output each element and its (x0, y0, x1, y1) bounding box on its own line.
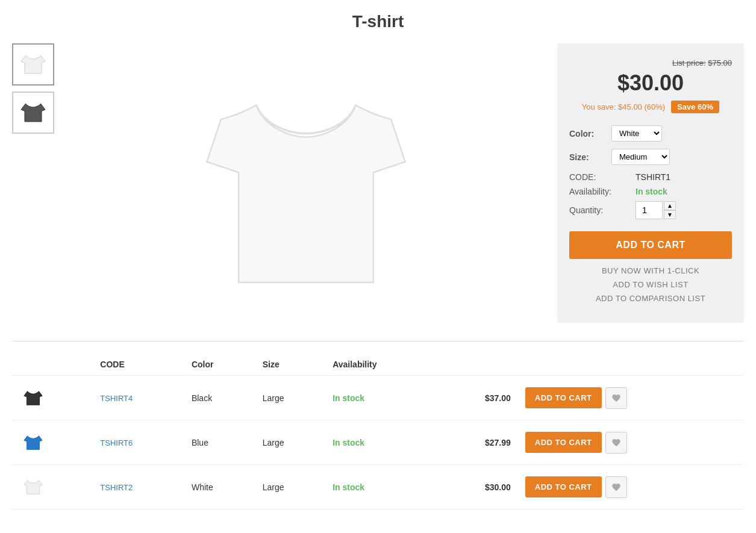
variant-thumbnail (19, 429, 46, 456)
variant-price-cell: $27.99 (440, 420, 518, 465)
variant-availability-cell: In stock (325, 420, 440, 465)
variant-code-link[interactable]: TSHIRT4 (100, 394, 133, 403)
product-title: T-shirt (12, 12, 744, 31)
col-header-action (518, 354, 744, 376)
size-option-row: Size: Small Medium Large X-Large (569, 149, 732, 165)
variant-wishlist-button[interactable] (605, 387, 627, 409)
variant-price-cell: $37.00 (440, 376, 518, 420)
variant-btn-group: ADD TO CART (525, 476, 737, 498)
variant-add-to-cart-button[interactable]: ADD TO CART (525, 432, 602, 453)
variant-add-to-cart-button[interactable]: ADD TO CART (525, 476, 602, 497)
color-select[interactable]: White Black Blue (611, 125, 662, 142)
variant-action-cell: ADD TO CART (518, 420, 744, 465)
variant-action-cell: ADD TO CART (518, 376, 744, 420)
availability-row: Availability: In stock (569, 187, 732, 196)
main-product-image (66, 43, 545, 323)
variant-availability-cell: In stock (325, 465, 440, 510)
save-badge: Save 60% (671, 101, 719, 113)
variant-availability: In stock (333, 393, 364, 403)
variant-size-cell: Large (255, 420, 325, 465)
table-header-row: CODE Color Size Availability (12, 354, 744, 376)
col-header-price (440, 354, 518, 376)
variant-image-cell (12, 376, 93, 420)
availability-label: Availability: (569, 187, 636, 196)
quantity-label: Quantity: (569, 205, 636, 215)
variant-thumbnail (19, 384, 46, 411)
quantity-up-button[interactable]: ▲ (664, 201, 676, 210)
variant-availability: In stock (333, 438, 364, 447)
variant-image-cell (12, 420, 93, 465)
size-label: Size: (569, 152, 611, 162)
variant-availability: In stock (333, 482, 364, 492)
thumbnail-1[interactable] (12, 43, 54, 86)
variant-code-link[interactable]: TSHIRT2 (100, 483, 133, 492)
variant-size-cell: Large (255, 465, 325, 510)
list-price-label: List price: (672, 58, 706, 67)
code-row: CODE: TSHIRT1 (569, 172, 732, 182)
quantity-control: ▲ ▼ (636, 201, 676, 219)
color-label: Color: (569, 129, 611, 139)
product-info-panel: List price: $75.00 $30.00 You save: $45.… (557, 43, 744, 323)
savings-text: You save: $45.00 (60%) (582, 102, 665, 111)
color-option-row: Color: White Black Blue (569, 125, 732, 142)
variant-color-cell: Blue (184, 420, 255, 465)
variant-price-cell: $30.00 (440, 465, 518, 510)
quantity-down-button[interactable]: ▼ (664, 210, 676, 219)
comparison-link[interactable]: ADD TO COMPARISON LIST (569, 294, 732, 303)
variant-wishlist-button[interactable] (605, 432, 627, 454)
availability-value: In stock (636, 187, 667, 196)
buy-now-link[interactable]: BUY NOW WITH 1-CLICK (569, 266, 732, 275)
sale-price: $30.00 (569, 70, 732, 96)
table-row: TSHIRT2 White Large In stock $30.00 ADD … (12, 465, 744, 510)
variant-btn-group: ADD TO CART (525, 432, 737, 454)
col-header-availability: Availability (325, 354, 440, 376)
variant-btn-group: ADD TO CART (525, 387, 737, 409)
variant-add-to-cart-button[interactable]: ADD TO CART (525, 387, 602, 408)
table-row: TSHIRT6 Blue Large In stock $27.99 ADD T… (12, 420, 744, 465)
add-to-cart-button[interactable]: ADD TO CART (569, 231, 732, 259)
variant-color-cell: Black (184, 376, 255, 420)
variant-code-link[interactable]: TSHIRT6 (100, 438, 133, 447)
variant-thumbnail (19, 473, 46, 500)
quantity-buttons: ▲ ▼ (664, 201, 676, 219)
size-select[interactable]: Small Medium Large X-Large (611, 149, 670, 165)
col-header-color: Color (184, 354, 255, 376)
thumbnail-list (12, 43, 57, 323)
list-price-value: $75.00 (708, 58, 732, 67)
code-value: TSHIRT1 (636, 172, 670, 182)
quantity-input[interactable] (636, 201, 663, 219)
variant-wishlist-button[interactable] (605, 476, 627, 498)
col-header-image (12, 354, 93, 376)
wish-list-link[interactable]: ADD TO WISH LIST (569, 280, 732, 289)
col-header-size: Size (255, 354, 325, 376)
variants-section: CODE Color Size Availability TSHIRT4 (12, 341, 744, 510)
variant-availability-cell: In stock (325, 376, 440, 420)
variant-code-cell: TSHIRT6 (93, 420, 184, 465)
quantity-row: Quantity: ▲ ▼ (569, 201, 732, 219)
variant-size-cell: Large (255, 376, 325, 420)
variant-action-cell: ADD TO CART (518, 465, 744, 510)
table-row: TSHIRT4 Black Large In stock $37.00 ADD … (12, 376, 744, 420)
variants-table: CODE Color Size Availability TSHIRT4 (12, 354, 744, 510)
savings-row: You save: $45.00 (60%) Save 60% (569, 101, 732, 113)
variant-image-cell (12, 465, 93, 510)
code-label: CODE: (569, 172, 636, 182)
variant-code-cell: TSHIRT4 (93, 376, 184, 420)
col-header-code: CODE (93, 354, 184, 376)
thumbnail-2[interactable] (12, 92, 54, 134)
variant-color-cell: White (184, 465, 255, 510)
list-price-row: List price: $75.00 (569, 58, 732, 67)
variant-code-cell: TSHIRT2 (93, 465, 184, 510)
